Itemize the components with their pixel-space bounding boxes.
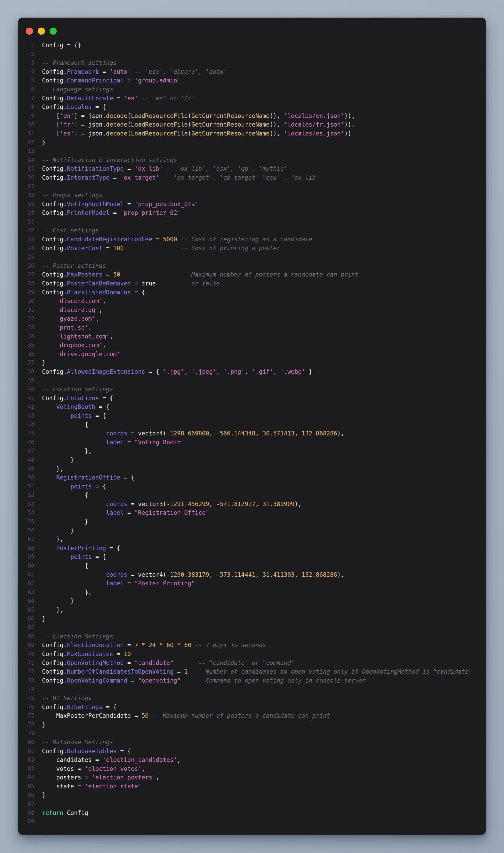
code-line-text: -- UI Settings <box>42 694 92 703</box>
line-number: 78 <box>18 721 34 729</box>
code-line: 10 ['fr'] = json.decode(LoadResourceFile… <box>18 120 486 129</box>
code-line-text: MaxPosterPerCandidate = 50 -- Maximum nu… <box>42 711 330 721</box>
code-line-text: }, <box>42 606 63 615</box>
code-line: 15Config.NotificationType = 'ox_lib' -- … <box>18 164 486 173</box>
line-number: 58 <box>18 544 34 553</box>
code-line: 40-- Location settings <box>18 385 486 394</box>
code-line-text: }, <box>42 588 92 597</box>
code-line: 13 <box>18 147 486 156</box>
line-number: 88 <box>18 808 34 818</box>
code-line: 52 { <box>18 491 486 500</box>
code-line-text: { <box>42 562 88 570</box>
code-line: 21 <box>18 217 486 226</box>
line-number: 35 <box>18 341 34 350</box>
code-line-text: 'discord.com', <box>42 297 106 306</box>
line-number: 28 <box>18 279 34 288</box>
line-number: 33 <box>18 323 34 332</box>
code-line-text: ['en'] = json.decode(LoadResourceFile(Ge… <box>42 112 355 121</box>
window-titlebar[interactable] <box>18 18 486 35</box>
code-line: 51 points = { <box>18 482 486 491</box>
code-line: 17 <box>18 182 486 191</box>
code-line: 81Config.DatabaseTables = { <box>18 747 486 756</box>
code-line: 89 <box>18 817 486 826</box>
code-line-text: } <box>42 138 46 147</box>
line-number: 59 <box>18 553 34 562</box>
line-number: 69 <box>18 641 34 650</box>
line-number: 72 <box>18 667 34 676</box>
code-editor-window: 1Config = {}23-- Framework settings4Conf… <box>18 18 486 835</box>
line-number: 89 <box>18 817 34 826</box>
code-line: 54 label = "Registration Office" <box>18 509 486 517</box>
line-number: 87 <box>18 800 34 808</box>
line-number: 25 <box>18 253 34 262</box>
line-number: 8 <box>18 103 34 112</box>
line-number: 31 <box>18 306 34 315</box>
code-line-text: Config.PosterCanBeRemoved = true -- or f… <box>42 279 220 288</box>
code-line-text: Config.DefaultLocale = 'en' -- 'en' or '… <box>42 94 195 103</box>
code-line-text: coords = vector4(-1290.383179, -573.1144… <box>42 570 344 579</box>
line-number: 67 <box>18 623 34 632</box>
code-line-text: posters = 'election_posters', <box>42 773 159 782</box>
line-number: 51 <box>18 482 34 491</box>
code-line: 66} <box>18 615 486 623</box>
line-number: 82 <box>18 756 34 764</box>
code-line: 37} <box>18 358 486 368</box>
code-line: 84 posters = 'election_posters', <box>18 773 486 782</box>
line-number: 5 <box>18 76 34 85</box>
line-number: 52 <box>18 491 34 500</box>
code-line-text: }, <box>42 465 63 474</box>
code-line: 47 }, <box>18 447 486 456</box>
code-line-text: candidates = 'election_candidates', <box>42 756 181 764</box>
code-line-text: -- Notification & Interaction settings <box>42 156 177 165</box>
code-line-text: coords = vector4(-1298.669800, -566.1443… <box>42 429 344 438</box>
code-line: 11 ['es'] = json.decode(LoadResourceFile… <box>18 129 486 138</box>
code-line: 30 'discord.com', <box>18 297 486 306</box>
code-line: 86} <box>18 791 486 800</box>
line-number: 3 <box>18 58 34 68</box>
minimize-button[interactable] <box>38 28 45 35</box>
code-line-text: PosterPrinting = { <box>42 544 120 553</box>
code-line-text: }, <box>42 447 92 456</box>
code-line-text: return Config <box>42 808 88 818</box>
line-number: 45 <box>18 429 34 438</box>
code-line-text: label = "Registration Office" <box>42 509 209 517</box>
code-line: 88return Config <box>18 808 486 818</box>
code-line: 67 <box>18 623 486 632</box>
code-line: 22-- Cost settings <box>18 226 486 235</box>
line-number: 1 <box>18 41 34 50</box>
line-number: 2 <box>18 50 34 59</box>
code-line: 7Config.DefaultLocale = 'en' -- 'en' or … <box>18 94 486 103</box>
code-line: 2 <box>18 50 486 59</box>
line-number: 84 <box>18 773 34 782</box>
code-line: 74 <box>18 685 486 694</box>
code-line: 38Config.AllowedImageExtensions = { '.jp… <box>18 368 486 376</box>
line-number: 14 <box>18 156 34 165</box>
line-number: 71 <box>18 659 34 668</box>
code-line-text: -- Poster settings <box>42 262 106 270</box>
code-line-text: } <box>42 456 74 465</box>
code-line-text: points = { <box>42 411 106 421</box>
code-line-text: Config.MaxPosters = 50 -- Maximum number… <box>42 270 359 279</box>
maximize-button[interactable] <box>50 28 57 35</box>
line-number: 7 <box>18 94 34 103</box>
code-line-text: } <box>42 721 46 729</box>
code-line-text: ['es'] = json.decode(LoadResourceFile(Ge… <box>42 129 352 138</box>
code-line: 5Config.CommandPrincipal = 'group.admin' <box>18 76 486 85</box>
code-line-text: points = { <box>42 482 106 491</box>
code-line: 33 'prnt.sc', <box>18 323 486 332</box>
line-number: 13 <box>18 147 34 156</box>
line-number: 39 <box>18 376 34 385</box>
code-line-text: } <box>42 517 88 526</box>
code-line: 60 { <box>18 562 486 570</box>
code-line: 53 coords = vector3(-1291.456299, -571.8… <box>18 500 486 509</box>
code-line-text: Config.AllowedImageExtensions = { '.jpg'… <box>42 368 312 376</box>
line-number: 64 <box>18 597 34 606</box>
line-number: 43 <box>18 411 34 421</box>
close-button[interactable] <box>26 28 33 35</box>
desktop-background: 1Config = {}23-- Framework settings4Conf… <box>0 0 504 853</box>
line-number: 29 <box>18 288 34 297</box>
code-line: 56 } <box>18 526 486 535</box>
code-editor-content[interactable]: 1Config = {}23-- Framework settings4Conf… <box>18 35 486 834</box>
code-line: 83 votes = 'election_votes', <box>18 764 486 774</box>
code-line-text: Config.OpenVotingMethod = "candidate" --… <box>42 659 294 668</box>
